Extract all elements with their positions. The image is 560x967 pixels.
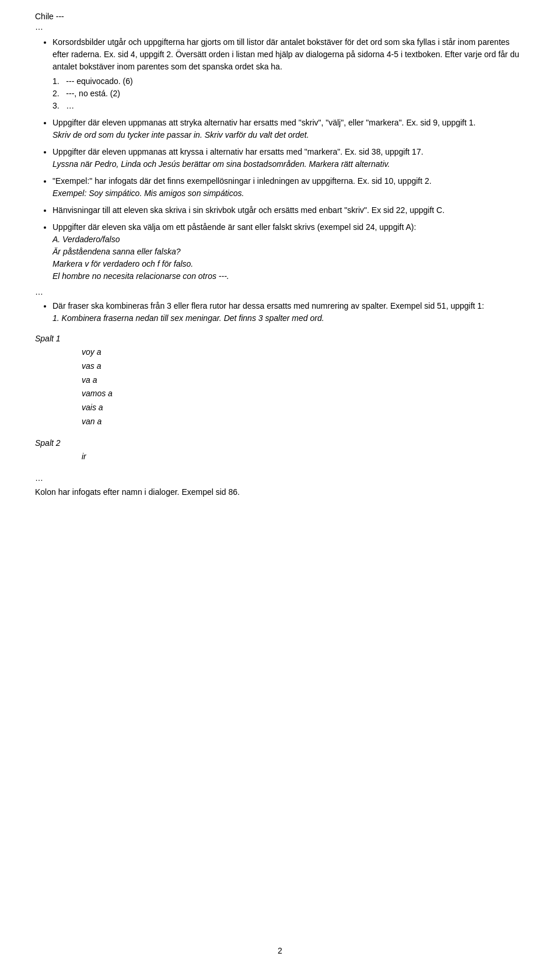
list-item: Uppgifter där eleven ska välja om ett på…: [52, 221, 525, 282]
bullet6-text: Uppgifter där eleven ska välja om ett på…: [52, 222, 416, 232]
list-item: "Exempel:" har infogats där det finns ex…: [52, 175, 525, 200]
list-item: Där fraser ska kombineras från 3 eller f…: [52, 300, 525, 324]
spalt2-items: ir: [35, 450, 525, 464]
bullet1-text: Korsordsbilder utgår och uppgifterna har…: [52, 37, 519, 71]
header-title: Chile ---: [35, 12, 64, 21]
list-item: 1. --- equivocado. (6): [52, 75, 525, 88]
bullet2-italic: Skriv de ord som du tycker inte passar i…: [52, 130, 309, 139]
header-line: Chile ---: [35, 12, 525, 21]
spalt1-item: vamos a: [82, 387, 525, 401]
bullet4-text: "Exempel:" har infogats där det finns ex…: [52, 176, 432, 186]
bullet6-sub-label: A. Verdadero/falso: [52, 235, 120, 244]
list-item: Korsordsbilder utgår och uppgifterna har…: [52, 36, 525, 112]
bullet3-italic: Lyssna när Pedro, Linda och Jesús berätt…: [52, 159, 390, 169]
bullet4-italic: Exempel: Soy simpático. Mis amigos son s…: [52, 188, 244, 198]
spalt1-items: voy a vas a va a vamos a vais a van a: [35, 345, 525, 429]
list-item: Hänvisningar till att eleven ska skriva …: [52, 204, 525, 217]
ellipsis-3: …: [35, 473, 525, 483]
bullet6-italic3: El hombre no necesita relacionarse con o…: [52, 271, 229, 281]
bullet6-italic1: Är påståendena sanna eller falska?: [52, 247, 180, 256]
main-bullet-list: Korsordsbilder utgår och uppgifterna har…: [35, 36, 525, 282]
list-item: 3. …: [52, 100, 525, 112]
page-container: Chile --- … Korsordsbilder utgår och upp…: [0, 0, 560, 967]
bullet5-text: Hänvisningar till att eleven ska skriva …: [52, 205, 444, 215]
last-bullet-text: Där fraser ska kombineras från 3 eller f…: [52, 301, 484, 310]
spalt1-item: vas a: [82, 359, 525, 373]
spalt1-item: vais a: [82, 401, 525, 415]
spalt1-section: Spalt 1 voy a vas a va a vamos a vais a …: [35, 334, 525, 429]
list-item: 2. ---, no está. (2): [52, 88, 525, 100]
ellipsis-1: …: [35, 22, 525, 32]
footer-text: Kolon har infogats efter namn i dialoger…: [35, 486, 525, 498]
numbered-items-1: 1. --- equivocado. (6) 2. ---, no está. …: [52, 75, 525, 112]
bullet2-text: Uppgifter där eleven uppmanas att stryka…: [52, 118, 475, 127]
spalt2-label: Spalt 2: [35, 438, 525, 448]
list-item: Uppgifter där eleven uppmanas att kryssa…: [52, 146, 525, 170]
bullet6-italic2: Markera v för verdadero och f för falso.: [52, 259, 193, 268]
bullet3-text: Uppgifter där eleven uppmanas att kryssa…: [52, 147, 424, 156]
last-bullet-italic: 1. Kombinera fraserna nedan till sex men…: [52, 313, 324, 323]
ellipsis-2: …: [35, 287, 525, 296]
spalt1-label: Spalt 1: [35, 334, 525, 343]
spalt1-item: van a: [82, 415, 525, 429]
last-bullet-list: Där fraser ska kombineras från 3 eller f…: [35, 300, 525, 324]
page-number: 2: [278, 946, 282, 955]
spalt1-item: va a: [82, 373, 525, 388]
spalt1-item: voy a: [82, 345, 525, 359]
list-item: Uppgifter där eleven uppmanas att stryka…: [52, 117, 525, 141]
spalt2-section: Spalt 2 ir: [35, 438, 525, 464]
spalt2-item: ir: [82, 450, 525, 464]
